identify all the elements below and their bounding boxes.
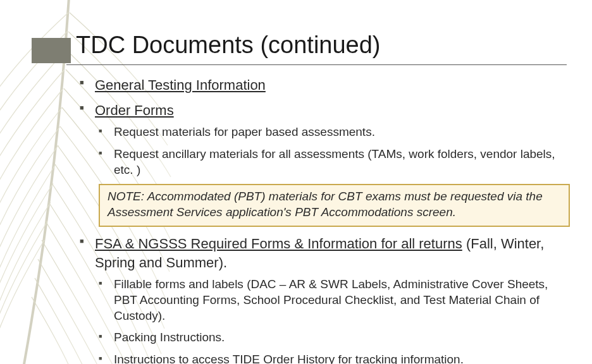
bullet-text: Order Forms	[95, 102, 174, 118]
bullet-fsa-ngsss: FSA & NGSSS Required Forms & Information…	[76, 234, 570, 364]
slide-title: TDC Documents (continued)	[76, 32, 560, 63]
subbullet-packing: Packing Instructions.	[95, 330, 570, 346]
subbullet-fillable-forms: Fillable forms and labels (DAC – AR & SW…	[95, 277, 570, 324]
bullet-general-testing: General Testing Information	[76, 76, 570, 95]
slide-content: General Testing Information Order Forms …	[76, 76, 570, 364]
subbullet-request-ancillary: Request ancillary materials for all asse…	[95, 147, 570, 178]
title-accent-box	[32, 38, 71, 63]
bullet-order-forms: Order Forms Request materials for paper …	[76, 101, 570, 227]
note-callout: NOTE: Accommodated (PBT) materials for C…	[99, 184, 570, 226]
subbullet-tide: Instructions to access TIDE Order Histor…	[95, 352, 570, 364]
bullet-text-underlined: FSA & NGSSS Required Forms & Information…	[95, 236, 462, 252]
bullet-text: General Testing Information	[95, 77, 266, 93]
subbullet-request-paper: Request materials for paper based assess…	[95, 124, 570, 140]
title-underline	[66, 64, 567, 65]
